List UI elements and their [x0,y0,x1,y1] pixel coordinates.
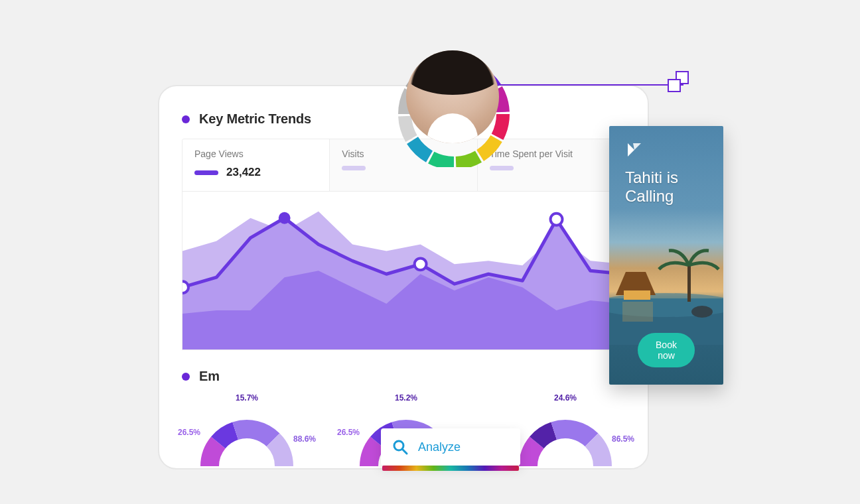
crop-handles-icon [668,71,694,97]
donut-label-top: 24.6% [554,393,577,403]
svg-rect-8 [687,265,691,302]
analyze-label: Analyze [418,440,461,454]
section2-header: Em [182,369,625,384]
analyze-card[interactable]: Analyze [381,428,520,466]
metric-tab-page-views[interactable]: Page Views 23,422 [182,139,330,191]
ad-logo-icon [625,141,644,159]
ad-scene-illustration [609,239,723,345]
search-icon [392,438,409,456]
ad-title-line2: Calling [625,187,674,205]
avatar-photo [406,50,499,143]
trends-chart [182,191,625,350]
svg-rect-7 [624,290,650,300]
section1-title: Key Metric Trends [199,111,311,127]
donut-label-left: 26.5% [178,428,200,437]
metric-bar-icon [342,166,366,170]
persona-avatar [394,48,514,167]
metric-label: Page Views [194,149,317,159]
rainbow-strip-icon [382,466,519,471]
svg-rect-10 [622,302,653,322]
metric-bar-icon [194,170,218,175]
metric-value: 23,422 [226,166,261,179]
donut-label-right: 86.5% [612,434,634,444]
svg-line-12 [403,450,407,454]
ad-title: Tahiti is Calling [625,168,710,205]
section2-title: Em [199,369,220,384]
svg-point-1 [279,212,291,224]
svg-point-3 [551,214,563,225]
donut-label-right: 88.6% [293,434,316,444]
section-dot-icon [182,373,190,381]
svg-point-2 [415,258,427,270]
donut-chart-3: 24.6% 27.5% 86.5% [506,393,625,470]
svg-point-9 [691,306,713,318]
ad-cta-button[interactable]: Book now [638,333,695,367]
donut-label-top: 15.2% [395,393,417,403]
donut-chart-1: 15.7% 26.5% 88.6% [187,393,307,470]
donut-label-top: 15.7% [236,393,258,403]
ad-creative-card: Tahiti is Calling Book now [609,126,723,385]
section-dot-icon [182,115,190,123]
ad-title-line1: Tahiti is [625,168,678,186]
svg-point-0 [182,281,188,293]
donut-label-left: 26.5% [337,428,360,437]
